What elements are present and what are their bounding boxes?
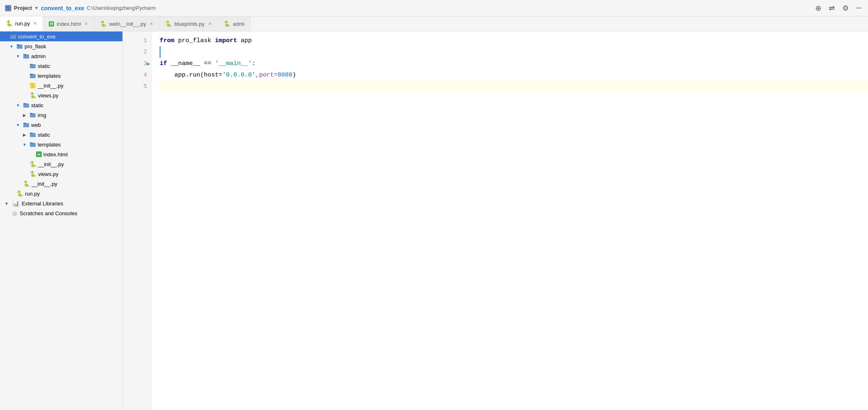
code-line-4: app.run(host= '0.0.0.0' ,port= 8080 ) bbox=[160, 69, 868, 81]
tab-blueprints-py[interactable]: 🐍 blueprints.py ✕ bbox=[159, 16, 218, 31]
dropdown-arrow-icon[interactable]: ▼ bbox=[34, 6, 38, 10]
tree-item-web[interactable]: ▼ web bbox=[0, 120, 122, 130]
tree-item-pro-flask[interactable]: ▼ pro_flask bbox=[0, 41, 122, 51]
code-editor[interactable]: 1 2 3 ▶ 4 5 from bbox=[123, 32, 868, 410]
tab-blueprints-py-close[interactable]: ✕ bbox=[208, 21, 212, 27]
tab-web-init-py-close[interactable]: ✕ bbox=[149, 21, 153, 27]
svg-rect-15 bbox=[30, 113, 33, 114]
settings-icon[interactable]: ⚙ bbox=[841, 4, 850, 13]
tab-admin[interactable]: 🐍 admi bbox=[218, 16, 251, 31]
tab-run-py-close[interactable]: ✕ bbox=[33, 21, 37, 26]
tree-arrow-pro-flask: ▼ bbox=[8, 44, 15, 49]
tree-label-static-img: img bbox=[38, 112, 46, 118]
code-line-2 bbox=[160, 46, 868, 58]
title-bar-project: Project ▼ convent_to_exe C:\Users\liuqin… bbox=[0, 5, 160, 11]
minimize-icon[interactable]: ─ bbox=[854, 4, 863, 12]
py-icon-pro-init: 🐍 bbox=[23, 180, 30, 187]
py-icon-run: 🐍 bbox=[16, 190, 23, 197]
tree-item-scratches[interactable]: ◎ Scratches and Consoles bbox=[0, 208, 122, 218]
line-num-4: 4 bbox=[123, 69, 151, 81]
tree-item-web-index-html[interactable]: H index.html bbox=[0, 149, 122, 159]
folder-icon-static-img bbox=[29, 112, 36, 118]
tree-label-web-views: views.py bbox=[38, 171, 59, 177]
folder-icon-admin-static bbox=[29, 63, 36, 69]
tab-run-py-label: run.py bbox=[15, 20, 30, 27]
tab-web-init-py-icon: 🐍 bbox=[100, 20, 107, 27]
tree-item-static[interactable]: ▼ static bbox=[0, 100, 122, 110]
tab-admin-icon: 🐍 bbox=[224, 20, 231, 27]
code-text-2 bbox=[162, 49, 166, 56]
globe-icon[interactable]: ⊕ bbox=[814, 4, 823, 13]
line-num-3: 3 ▶ bbox=[123, 58, 151, 69]
split-icon[interactable]: ⇌ bbox=[827, 4, 836, 13]
tree-item-pro-init[interactable]: 🐍 __init__.py bbox=[0, 179, 122, 189]
tab-bar: 🐍 run.py ✕ H index.html ✕ 🐍 web\__init__… bbox=[0, 16, 868, 32]
code-text-3d: : bbox=[252, 60, 255, 67]
tree-item-web-init[interactable]: 🐍 __init__.py bbox=[0, 159, 122, 169]
tree-label-ext-libraries: External Libraries bbox=[22, 200, 63, 207]
line-num-5: 5 bbox=[123, 81, 151, 92]
tab-index-html[interactable]: H index.html ✕ bbox=[43, 16, 94, 31]
svg-rect-21 bbox=[30, 142, 33, 144]
line-number-1: 1 bbox=[144, 37, 147, 44]
folder-icon-root bbox=[10, 33, 16, 40]
tree-arrow-static: ▼ bbox=[15, 103, 21, 108]
folder-icon-web-static bbox=[29, 131, 36, 138]
tab-index-html-icon: H bbox=[49, 21, 54, 27]
html-icon-web-index: H bbox=[36, 151, 42, 157]
tree-label-admin-init: __init__.py bbox=[38, 83, 63, 89]
tree-label-admin-static: static bbox=[38, 63, 50, 69]
tree-label-web-templates: templates bbox=[38, 142, 61, 148]
tree-item-web-templates[interactable]: ▼ templates bbox=[0, 140, 122, 149]
main-content: ▼ convent_to_exe ▼ pro_flask ▼ admin sta… bbox=[0, 32, 868, 410]
code-text-4b: '0.0.0.0' bbox=[222, 72, 255, 79]
tree-item-static-img[interactable]: ▶ img bbox=[0, 110, 122, 120]
tab-index-html-close[interactable]: ✕ bbox=[84, 21, 88, 27]
tree-item-root[interactable]: ▼ convent_to_exe bbox=[0, 32, 122, 41]
line-num-2: 2 bbox=[123, 46, 151, 58]
svg-rect-1 bbox=[6, 7, 8, 8]
tree-label-web-init: __init__.py bbox=[38, 161, 64, 167]
tree-item-run-py[interactable]: 🐍 run.py bbox=[0, 189, 122, 198]
code-content[interactable]: from pro_flask import app if __name__ ==… bbox=[151, 32, 868, 410]
scratches-icon: ◎ bbox=[12, 210, 17, 216]
tab-blueprints-py-icon: 🐍 bbox=[165, 20, 172, 27]
code-line-3: if __name__ == '__main__' : bbox=[160, 58, 868, 69]
project-path: C:\Users\liuqingzheng\Pycharm bbox=[87, 5, 156, 11]
code-area: 1 2 3 ▶ 4 5 from bbox=[123, 32, 868, 410]
svg-rect-17 bbox=[23, 123, 26, 124]
code-text-3a: __name__ bbox=[167, 60, 204, 67]
tree-item-web-static[interactable]: ▶ static bbox=[0, 130, 122, 140]
tab-web-init-py[interactable]: 🐍 web\__init__.py ✕ bbox=[94, 16, 159, 31]
code-text-4a: app.run(host= bbox=[160, 72, 222, 79]
code-line-1: from pro_flask import app bbox=[160, 35, 868, 46]
tree-item-admin-templates[interactable]: templates bbox=[0, 71, 122, 81]
code-text-1b: app bbox=[237, 37, 252, 44]
tree-arrow-admin: ▼ bbox=[15, 54, 21, 59]
py-icon-web-init: 🐍 bbox=[29, 161, 36, 167]
tree-label-admin-templates: templates bbox=[38, 73, 61, 79]
tree-item-web-views[interactable]: 🐍 views.py bbox=[0, 169, 122, 179]
py-icon-web-views: 🐍 bbox=[29, 171, 36, 177]
folder-icon-static bbox=[23, 102, 29, 108]
libraries-icon: 📊 bbox=[12, 200, 19, 207]
tree-item-ext-libraries[interactable]: ▼ 📊 External Libraries bbox=[0, 198, 122, 208]
tree-arrow-web-templates: ▼ bbox=[21, 142, 28, 147]
tree-label-run-py: run.py bbox=[25, 191, 40, 197]
py-icon-admin-views: 🐍 bbox=[29, 92, 36, 99]
folder-icon-web bbox=[23, 122, 29, 128]
tree-arrow-web: ▼ bbox=[15, 123, 21, 127]
tree-item-admin-init[interactable]: 🐍 __init__.py bbox=[0, 81, 122, 90]
run-button-line3[interactable]: ▶ bbox=[124, 60, 150, 67]
tree-label-pro-flask: pro_flask bbox=[25, 43, 46, 50]
tree-item-admin[interactable]: ▼ admin bbox=[0, 51, 122, 61]
line-number-5: 5 bbox=[144, 83, 147, 90]
project-label[interactable]: Project bbox=[14, 5, 32, 11]
tab-run-py[interactable]: 🐍 run.py ✕ bbox=[0, 16, 43, 31]
project-icon bbox=[5, 5, 11, 11]
tree-item-admin-views[interactable]: 🐍 views.py bbox=[0, 90, 122, 100]
tree-label-static: static bbox=[31, 102, 43, 108]
title-bar: Project ▼ convent_to_exe C:\Users\liuqin… bbox=[0, 0, 868, 16]
tree-item-admin-static[interactable]: static bbox=[0, 61, 122, 71]
tree-label-web: web bbox=[31, 122, 41, 128]
